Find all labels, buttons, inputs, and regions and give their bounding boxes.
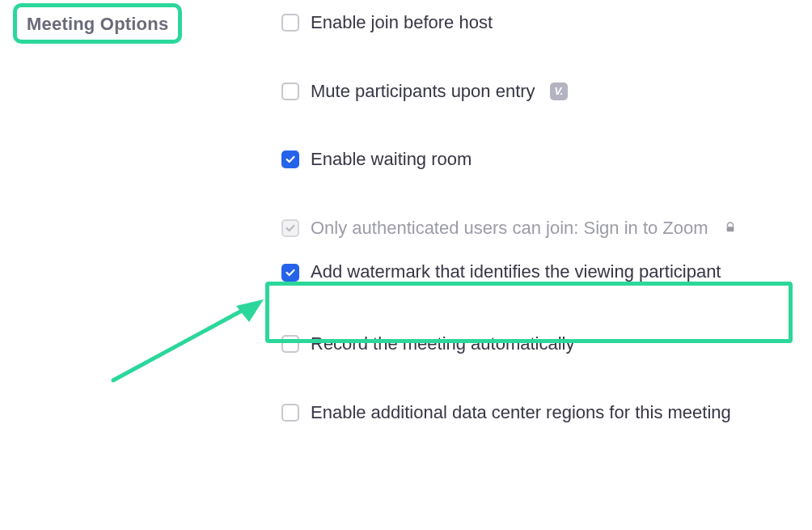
section-heading-highlight: Meeting Options xyxy=(13,3,182,44)
checkbox-data-center-regions[interactable] xyxy=(281,404,299,422)
checkbox-join-before-host[interactable] xyxy=(281,14,299,32)
option-label: Mute participants upon entry xyxy=(311,80,535,104)
svg-line-1 xyxy=(113,306,251,380)
checkbox-authenticated-only xyxy=(281,219,299,237)
svg-rect-0 xyxy=(726,227,734,231)
checkbox-mute-on-entry[interactable] xyxy=(281,83,299,100)
option-watermark: Add watermark that identifies the viewin… xyxy=(281,259,796,286)
info-badge-icon[interactable]: V. xyxy=(550,83,568,100)
checkbox-auto-record[interactable] xyxy=(281,335,299,353)
option-waiting-room: Enable waiting room xyxy=(281,146,796,173)
option-label: Record the meeting automatically xyxy=(311,333,575,356)
section-heading: Meeting Options xyxy=(27,14,168,35)
option-data-center-regions: Enable additional data center regions fo… xyxy=(281,400,796,426)
option-label: Enable waiting room xyxy=(311,148,472,172)
option-label: Only authenticated users can join: Sign … xyxy=(311,217,708,240)
option-join-before-host: Enable join before host xyxy=(281,10,796,36)
option-label: Add watermark that identifies the viewin… xyxy=(311,261,721,284)
annotation-arrow-icon xyxy=(105,291,267,388)
option-mute-on-entry: Mute participants upon entry V. xyxy=(281,78,796,105)
meeting-options-list: Enable join before host Mute participant… xyxy=(281,10,796,468)
option-label: Enable join before host xyxy=(311,11,493,35)
svg-marker-2 xyxy=(236,299,264,322)
option-authenticated-only: Only authenticated users can join: Sign … xyxy=(281,215,796,242)
option-auto-record: Record the meeting automatically xyxy=(281,331,796,358)
lock-icon xyxy=(725,222,738,235)
checkbox-watermark[interactable] xyxy=(281,264,299,282)
option-label: Enable additional data center regions fo… xyxy=(311,401,731,425)
checkbox-waiting-room[interactable] xyxy=(281,151,299,168)
